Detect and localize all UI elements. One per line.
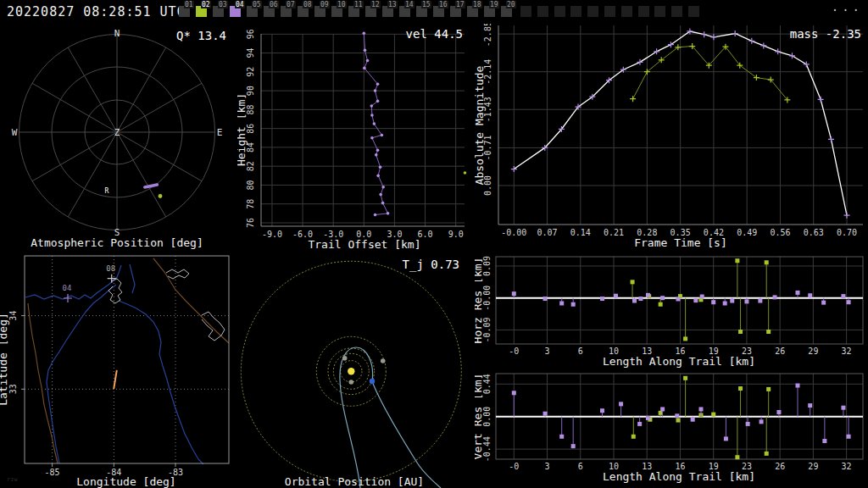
river <box>47 285 116 463</box>
station-number-17: 17 <box>455 1 465 8</box>
data-point <box>732 30 738 36</box>
tick-label: 9.0 <box>448 230 464 239</box>
tick-label: 76 <box>246 218 255 228</box>
tick-label: 32 <box>842 462 852 471</box>
meteor-trail-purple <box>145 185 158 187</box>
data-point <box>776 410 781 414</box>
data-point <box>464 171 467 175</box>
station-number-15: 15 <box>421 1 431 8</box>
tick-label: -85 <box>45 468 60 477</box>
data-point <box>711 413 715 417</box>
x-axis-label: Length Along Trail [km] <box>603 355 755 368</box>
tick-label: 34 <box>8 311 18 321</box>
station-number-12: 12 <box>370 1 381 8</box>
data-point <box>660 407 665 411</box>
series-station-02-vert_res <box>632 376 771 459</box>
station-number-05: 05 <box>252 1 262 8</box>
data-point <box>646 293 650 297</box>
station-number-16: 16 <box>438 1 448 8</box>
tisserand-annotation: T_j 0.73 <box>403 258 459 272</box>
q-annotation: Q* 13.4 <box>176 29 226 42</box>
data-point <box>376 100 380 103</box>
tick-label: 0.63 <box>804 228 824 237</box>
mass-annotation: mass -2.35 <box>790 27 861 41</box>
data-point <box>821 301 826 305</box>
data-point <box>379 193 382 197</box>
station-number-14: 14 <box>404 1 415 8</box>
station-strip: 0102030405060708091011121314151617181920 <box>0 0 868 24</box>
polar-spoke <box>32 132 117 181</box>
compass-w: W <box>12 127 18 138</box>
panel-light-curve: -0.000.070.140.210.280.350.420.490.560.6… <box>475 24 868 251</box>
tick-label: -9.0 <box>262 230 282 239</box>
station-slot-empty <box>638 6 649 17</box>
station-number-03: 03 <box>218 1 228 8</box>
tick-label: 92 <box>246 67 255 77</box>
data-point <box>676 297 681 301</box>
data-point <box>723 301 727 305</box>
data-point <box>630 96 636 102</box>
data-point <box>660 296 665 300</box>
x-axis-label: Length Along Trail [km] <box>603 470 755 483</box>
station-slot-empty <box>688 6 699 17</box>
data-point <box>760 42 766 48</box>
data-point <box>646 416 650 420</box>
data-point <box>619 402 623 406</box>
station-number-08: 08 <box>303 1 313 8</box>
panel-trail-offset: -9.0-6.0-3.00.03.06.09.07678808284868890… <box>237 24 475 251</box>
atmospheric-position-plot: NESWZRQ* 13.4Atmospheric Position [deg] <box>0 24 237 251</box>
station-number-02: 02 <box>201 1 211 8</box>
data-point <box>364 48 367 52</box>
map-station-04 <box>64 294 72 302</box>
station-slot-empty <box>520 6 531 17</box>
tick-label: 33 <box>8 384 18 394</box>
panel-title: Atmospheric Position [deg] <box>31 236 203 249</box>
station-number-13: 13 <box>387 1 398 8</box>
data-point <box>676 419 681 423</box>
data-point <box>387 212 390 215</box>
data-point <box>765 260 769 264</box>
station-number-09: 09 <box>320 1 330 8</box>
station-number-07: 07 <box>286 1 296 8</box>
data-point <box>375 153 378 157</box>
tick-label: -0 <box>509 462 519 471</box>
station-slot-empty <box>621 6 632 17</box>
station-number-04: 04 <box>235 1 245 8</box>
overflow-menu[interactable]: ··· <box>832 0 863 24</box>
tick-label: 80 <box>246 180 255 190</box>
data-point <box>773 295 777 299</box>
meteor-dashboard: 20220827 08:28:51 UTC 010203040506070809… <box>0 0 868 488</box>
data-point <box>789 53 795 58</box>
data-point <box>735 258 739 263</box>
data-point <box>738 330 743 334</box>
data-point <box>795 291 799 295</box>
station-number-18: 18 <box>472 1 482 8</box>
data-point <box>698 407 703 411</box>
data-point <box>363 67 366 70</box>
data-point <box>765 452 769 456</box>
data-point <box>760 419 764 424</box>
data-point <box>758 299 762 303</box>
polar-spoke <box>32 83 117 132</box>
data-point <box>638 297 643 301</box>
data-point <box>675 413 679 418</box>
state-border <box>28 303 58 463</box>
polar-spoke <box>117 132 202 181</box>
grid <box>261 34 465 226</box>
data-point <box>841 294 845 298</box>
panel-residuals: -03610131619232629320.09-0.00-0.09Length… <box>475 251 868 488</box>
data-point <box>379 166 382 169</box>
data-point <box>512 391 516 395</box>
meteor-point-green <box>159 194 163 198</box>
data-point <box>373 122 376 125</box>
data-point <box>701 31 707 37</box>
tick-label: -0 <box>509 347 519 356</box>
station-slot-empty <box>604 6 615 17</box>
panel-ground-track-map: 0408-85-84-833433Longitude [deg]Latitude… <box>0 251 237 488</box>
map-grid <box>25 256 229 463</box>
top-status-bar: 20220827 08:28:51 UTC 010203040506070809… <box>0 0 868 24</box>
data-point <box>795 384 799 388</box>
station-number-11: 11 <box>353 1 364 8</box>
station-number-19: 19 <box>489 1 499 8</box>
data-point <box>571 444 576 448</box>
